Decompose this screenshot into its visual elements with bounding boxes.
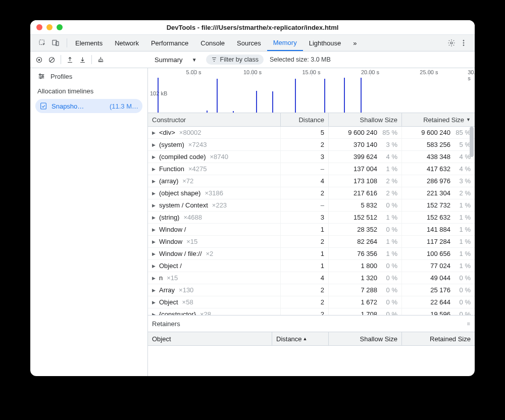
table-row[interactable]: ▶Object /11 8000 %77 0241 % [148,260,475,272]
profiles-header[interactable]: Profiles [30,68,147,84]
allocation-bar[interactable] [361,78,362,113]
distance-value: 2 [285,238,324,245]
scrollbar-thumb[interactable] [470,127,474,157]
expand-icon[interactable]: ▶ [152,130,157,135]
rcol-object[interactable]: Object [148,332,272,345]
svg-point-10 [39,74,41,75]
expand-icon[interactable]: ▶ [152,154,157,160]
window-close-button[interactable] [36,24,42,30]
retained-size-value: 22 644 [430,298,450,306]
rcol-distance[interactable]: Distance▲ [272,332,329,345]
snapshot-item[interactable]: Snapsho… (11.3 M… [35,99,142,113]
table-row[interactable]: ▶Array×13027 2880 %25 1760 % [148,284,475,296]
expand-icon[interactable]: ▶ [152,227,157,232]
device-toggle-icon[interactable] [52,39,60,47]
table-row[interactable]: ▶Function×4275–137 0041 %417 6324 % [148,163,475,175]
expand-icon[interactable]: ▶ [152,300,157,305]
shallow-size-value: 1 708 [361,310,377,315]
retained-size-pct: 4 % [453,153,471,161]
table-row[interactable]: ▶n×1541 3200 %49 0440 % [148,272,475,284]
tab-console[interactable]: Console [194,35,231,51]
expand-icon[interactable]: ▶ [152,167,157,172]
allocation-bar[interactable] [233,111,234,113]
table-row[interactable]: ▶Window×15282 2641 %117 2841 % [148,236,475,248]
download-icon[interactable] [79,56,86,64]
svg-rect-13 [41,103,46,109]
filter-input[interactable]: Filter by class [206,55,264,65]
table-row[interactable]: ▶{constructor}×2821 7080 %19 5960 % [148,308,475,315]
shallow-size-value: 9 600 240 [348,129,377,136]
window-minimize-button[interactable] [46,24,53,30]
kebab-icon[interactable] [460,39,468,47]
distance-value: – [285,165,324,173]
expand-icon[interactable]: ▶ [152,179,157,184]
tab-overflow[interactable]: » [347,35,363,51]
table-row[interactable]: ▶(compiled code)×87403399 6244 %438 3484… [148,151,475,163]
allocation-bar[interactable] [344,78,345,113]
filter-placeholder: Filter by class [220,56,259,63]
table-row[interactable]: ▶Object×5821 6720 %22 6440 % [148,296,475,308]
gc-broom-icon[interactable] [97,56,105,64]
allocation-bar[interactable] [272,91,273,113]
tab-network[interactable]: Network [109,35,145,51]
col-distance[interactable]: Distance [281,113,329,126]
expand-icon[interactable]: ▶ [152,239,157,244]
retained-size-pct: 4 % [453,165,471,173]
expand-icon[interactable]: ▶ [152,215,157,220]
allocation-bar[interactable] [217,79,218,113]
expand-icon[interactable]: ▶ [152,276,157,281]
table-row[interactable]: ▶Window /128 3520 %141 8841 % [148,224,475,236]
expand-icon[interactable]: ▶ [152,288,157,293]
shallow-size-pct: 1 % [380,165,397,173]
col-constructor[interactable]: Constructor [148,113,281,126]
clear-icon[interactable] [48,56,56,64]
rcol-shallow[interactable]: Shallow Size [329,332,402,345]
constructor-count: ×80002 [179,129,201,136]
col-shallow-size[interactable]: Shallow Size [329,113,402,126]
expand-icon[interactable]: ▶ [152,203,157,208]
window-maximize-button[interactable] [57,24,63,30]
table-row[interactable]: ▶(string)×46883152 5121 %152 6321 % [148,212,475,224]
table-row[interactable]: ▶(array)×724173 1082 %286 9763 % [148,175,475,187]
tab-elements[interactable]: Elements [69,35,109,51]
upload-icon[interactable] [66,56,74,64]
retained-size-pct: 1 % [453,201,471,209]
tab-lighthouse[interactable]: Lighthouse [303,35,347,51]
retainers-panel-title[interactable]: Retainers ≡ [148,315,475,332]
table-row[interactable]: ▶Window / file://×2176 3561 %100 6561 % [148,248,475,260]
expand-icon[interactable]: ▶ [152,312,157,316]
allocation-bar[interactable] [207,111,208,113]
tab-performance[interactable]: Performance [145,35,194,51]
retained-size-value: 77 024 [430,262,450,270]
table-row[interactable]: ▶<div>×8000259 600 24085 %9 600 24085 % [148,127,475,139]
tab-sources[interactable]: Sources [231,35,267,51]
table-row[interactable]: ▶system / Context×223–5 8320 %152 7321 % [148,199,475,212]
inspect-icon[interactable] [38,39,46,47]
view-select[interactable]: Summary ▼ [152,55,200,65]
tab-memory[interactable]: Memory [267,35,303,51]
col-retained-size[interactable]: Retained Size ▼ [402,113,475,126]
allocation-bar[interactable] [256,91,257,113]
gear-icon[interactable] [447,39,456,47]
expand-icon[interactable]: ▶ [152,264,157,269]
retainers-empty [148,346,475,376]
shallow-size-pct: 0 % [380,274,397,282]
allocation-bar[interactable] [324,79,325,113]
filter-icon [211,57,217,63]
allocation-bar[interactable] [295,79,296,113]
svg-point-6 [463,45,464,46]
table-row[interactable]: ▶(system)×72432370 1403 %583 2565 % [148,139,475,151]
record-icon[interactable] [35,56,43,64]
table-row[interactable]: ▶(object shape)×31862217 6162 %221 3042 … [148,187,475,199]
shallow-size-value: 1 672 [361,298,377,306]
allocation-timeline[interactable]: 5.00 s10.00 s15.00 s20.00 s25.00 s30.00 … [148,68,475,113]
retained-size-pct: 1 % [453,238,471,245]
expand-icon[interactable]: ▶ [152,251,157,256]
rcol-retained[interactable]: Retained Size [402,332,475,345]
retainers-menu-icon[interactable]: ≡ [467,321,471,327]
expand-icon[interactable]: ▶ [152,142,157,147]
allocation-bar[interactable] [158,78,159,113]
retained-size-pct: 0 % [453,274,471,282]
shallow-size-value: 399 624 [354,153,377,161]
expand-icon[interactable]: ▶ [152,191,157,196]
